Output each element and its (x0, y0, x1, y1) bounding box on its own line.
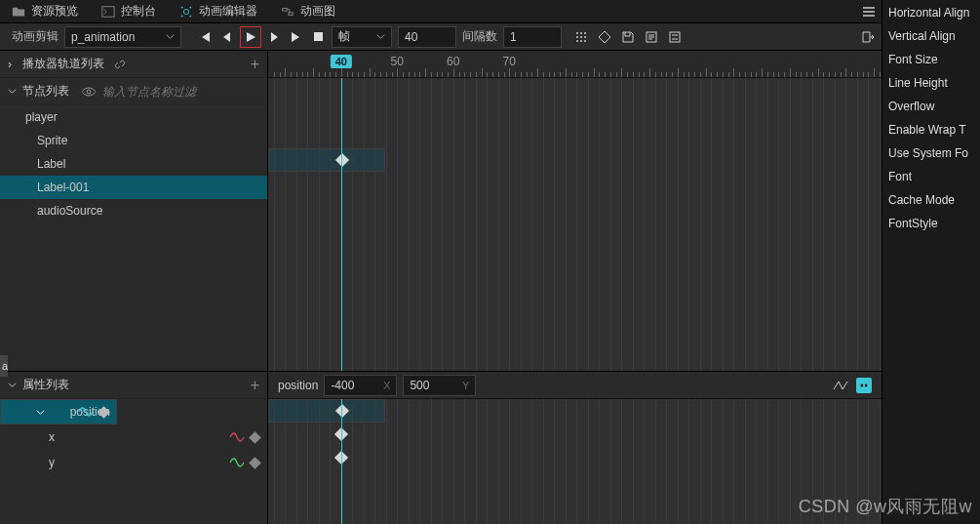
node-label-001[interactable]: Label-001 (0, 176, 267, 199)
node-list-header[interactable]: 节点列表 (0, 78, 267, 105)
node-audiosource[interactable]: audioSource (0, 199, 267, 222)
inspector-row[interactable]: Horizontal Align (888, 6, 980, 20)
curve-icon[interactable] (229, 458, 245, 467)
timeline[interactable] (268, 78, 882, 371)
tab-label: 资源预览 (31, 3, 78, 20)
tab-label: 动画图 (300, 3, 335, 20)
props-header-label: 属性列表 (22, 377, 69, 393)
y-input[interactable]: 500Y (403, 375, 476, 396)
svg-rect-0 (102, 6, 114, 17)
tab-animation-graph[interactable]: 动画图 (269, 0, 347, 23)
inspector-row[interactable]: Overflow (888, 100, 980, 113)
svg-point-4 (181, 15, 183, 17)
inspector-row[interactable]: FontStyle (888, 217, 980, 230)
console-icon (101, 5, 115, 19)
svg-point-1 (183, 9, 188, 14)
node-sprite[interactable]: Sprite (0, 129, 267, 152)
node-filter-input[interactable] (102, 85, 239, 99)
tab-resources[interactable]: 资源预览 (0, 0, 90, 23)
doc1-icon[interactable] (644, 29, 659, 45)
prop-x[interactable]: x (0, 424, 267, 450)
truncated-text: a (0, 355, 8, 377)
tab-console[interactable]: 控制台 (90, 0, 168, 23)
prop-value-bar: position -400X 500Y (268, 372, 882, 399)
add-track-button[interactable]: + (251, 56, 259, 73)
node-list: player Sprite Label Label-001 audioSourc… (0, 105, 267, 371)
prop-timeline[interactable] (268, 399, 882, 524)
step-back-button[interactable] (218, 29, 234, 45)
spacing-input[interactable] (503, 26, 562, 48)
svg-point-2 (181, 6, 183, 8)
chevron-down-icon (8, 87, 17, 96)
toolbar: 动画剪辑 p_animation 帧 间隔数 (0, 23, 882, 51)
svg-point-17 (584, 40, 586, 42)
svg-point-16 (580, 40, 582, 42)
node-list-label: 节点列表 (22, 83, 69, 100)
chevron-down-icon (8, 381, 17, 389)
clip-select[interactable]: p_animation (64, 26, 181, 48)
tracks-header[interactable]: › 播放器轨道列表 + (0, 51, 267, 78)
keyframe-icon[interactable] (249, 431, 261, 444)
unit-select[interactable]: 帧 (332, 26, 392, 48)
svg-point-22 (865, 383, 868, 386)
stop-button[interactable] (310, 29, 326, 45)
goto-start-button[interactable] (197, 29, 213, 45)
svg-point-15 (576, 40, 578, 42)
link-icon[interactable] (114, 59, 126, 70)
step-fwd-button[interactable] (267, 29, 283, 45)
svg-rect-6 (283, 8, 287, 11)
unit-value: 帧 (338, 28, 350, 45)
chevron-down-icon (36, 408, 45, 417)
inspector-row[interactable]: Enable Wrap T (888, 123, 980, 137)
goto-end-button[interactable] (289, 29, 304, 45)
inspector-row[interactable]: Use System Fo (888, 146, 980, 160)
node-label: player (25, 110, 58, 124)
graph-icon (281, 5, 294, 19)
eye-icon[interactable] (81, 85, 97, 99)
curve-mode-icon[interactable] (833, 378, 848, 393)
prop-position[interactable]: position (0, 399, 117, 424)
curve-icon[interactable] (229, 432, 245, 442)
props-header[interactable]: 属性列表 + (0, 372, 267, 399)
prop-name: position (278, 379, 318, 392)
prop-label: y (49, 456, 55, 469)
node-player[interactable]: player (0, 105, 267, 129)
prop-y[interactable]: y (0, 450, 267, 475)
grid-icon[interactable] (573, 29, 589, 45)
svg-point-13 (580, 36, 582, 38)
svg-point-9 (576, 32, 578, 34)
save-icon[interactable] (620, 29, 636, 45)
svg-rect-19 (670, 32, 680, 42)
node-label[interactable]: Label (0, 152, 267, 176)
inspector-row[interactable]: Vertical Align (888, 29, 980, 43)
inspector-row[interactable]: Font (888, 170, 980, 183)
inspector-row[interactable]: Font Size (888, 53, 980, 66)
anim-icon (179, 5, 193, 19)
timeline-ruler[interactable]: 50607040 (268, 51, 882, 78)
inspector-row[interactable]: Cache Mode (888, 193, 980, 207)
curve-icon[interactable] (78, 407, 94, 417)
x-input[interactable]: -400X (324, 375, 397, 396)
exit-icon[interactable] (860, 29, 876, 45)
keyframe-icon[interactable] (98, 406, 110, 419)
snap-icon[interactable] (597, 29, 612, 45)
add-prop-button[interactable]: + (251, 377, 259, 394)
prop-list: position x y (0, 399, 267, 524)
svg-point-21 (860, 383, 863, 386)
inspector-row[interactable]: Line Height (888, 76, 980, 90)
lock-icon[interactable] (856, 378, 872, 393)
clip-label: 动画剪辑 (12, 28, 59, 45)
play-button[interactable] (240, 26, 261, 48)
keyframe-icon[interactable] (249, 457, 261, 469)
svg-point-20 (87, 90, 91, 94)
inspector: Horizontal Align Vertical Align Font Siz… (882, 0, 980, 524)
doc2-icon[interactable] (667, 29, 683, 45)
tab-animation-editor[interactable]: 动画编辑器 (168, 0, 269, 23)
tab-label: 控制台 (121, 3, 156, 20)
svg-point-12 (576, 36, 578, 38)
folder-icon (12, 5, 25, 19)
menu-icon[interactable] (862, 5, 876, 19)
x-axis-label: X (383, 380, 390, 391)
x-value: -400 (331, 379, 354, 392)
frame-input[interactable] (398, 26, 456, 48)
